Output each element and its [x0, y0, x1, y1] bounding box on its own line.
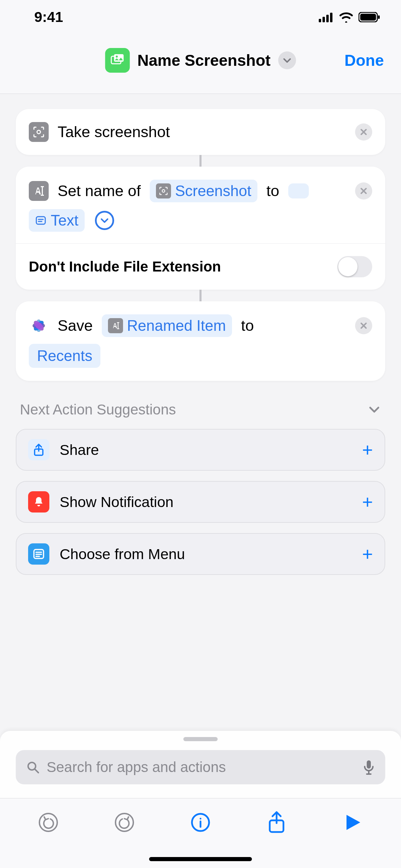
action-save-to-photos[interactable]: Save Renamed Item to Recents [16, 301, 385, 381]
input-variable-token[interactable]: Screenshot [150, 180, 258, 202]
text-rename-icon [29, 181, 49, 201]
svg-rect-15 [36, 217, 45, 224]
suggestion-label: Choose from Menu [60, 546, 185, 563]
svg-rect-1 [323, 17, 325, 22]
wifi-icon [339, 12, 354, 23]
file-extension-toggle[interactable] [337, 256, 372, 277]
menu-list-icon [28, 543, 49, 565]
actions-list: Take screenshot Set name of Screenshot t… [0, 94, 401, 381]
suggestion-label: Share [60, 442, 99, 458]
share-icon [28, 439, 49, 460]
status-icons [319, 12, 380, 23]
option-row: Don't Include File Extension [16, 243, 385, 290]
mic-icon[interactable] [363, 760, 375, 775]
remove-action-button[interactable] [355, 317, 372, 334]
redo-button[interactable] [112, 810, 137, 835]
action-mid: to [266, 182, 279, 200]
photos-app-icon [29, 316, 49, 336]
svg-rect-31 [368, 771, 369, 773]
action-set-name[interactable]: Set name of Screenshot to Text Do [16, 167, 385, 290]
search-placeholder: Search for apps and actions [47, 759, 356, 775]
option-label: Don't Include File Extension [29, 258, 221, 275]
search-panel[interactable]: Search for apps and actions [0, 731, 401, 798]
status-time: 9:41 [34, 9, 63, 25]
svg-rect-11 [42, 187, 43, 195]
text-token-icon [35, 215, 47, 226]
info-button[interactable] [188, 810, 213, 835]
search-icon [26, 760, 40, 774]
album-token[interactable]: Recents [29, 344, 100, 368]
battery-icon [359, 12, 380, 22]
svg-rect-32 [366, 773, 372, 775]
undo-button[interactable] [36, 810, 61, 835]
svg-rect-0 [319, 19, 321, 22]
share-button[interactable] [264, 810, 289, 835]
action-mid: to [241, 317, 254, 335]
shortcut-title-text: Name Screenshot [137, 51, 271, 70]
done-button[interactable]: Done [344, 51, 384, 70]
suggestion-choose-from-menu[interactable]: Choose from Menu + [16, 533, 385, 575]
toolbar [0, 798, 401, 868]
suggestions-title: Next Action Suggestions [20, 401, 176, 418]
svg-rect-30 [367, 760, 371, 769]
svg-rect-2 [326, 15, 329, 22]
suggestions-list: Share + Show Notification + Choose from … [0, 429, 401, 575]
chevron-down-icon [367, 403, 381, 417]
add-suggestion-button[interactable]: + [362, 491, 373, 513]
search-input[interactable]: Search for apps and actions [16, 750, 385, 784]
svg-point-14 [162, 190, 165, 192]
svg-point-10 [37, 130, 40, 134]
connector [199, 290, 202, 301]
cellular-icon [319, 12, 334, 22]
svg-point-36 [200, 818, 202, 820]
header: Name Screenshot Done [0, 34, 401, 94]
name-value-field[interactable] [288, 183, 309, 198]
chevron-down-icon[interactable] [278, 51, 296, 69]
svg-rect-6 [378, 15, 380, 19]
input-variable-token[interactable]: Renamed Item [102, 314, 232, 337]
svg-rect-24 [118, 323, 118, 328]
token-label: Text [51, 212, 78, 229]
run-button[interactable] [340, 810, 365, 835]
action-prefix: Save [58, 317, 93, 335]
home-indicator [149, 857, 252, 861]
shortcut-icon [105, 48, 130, 73]
add-suggestion-button[interactable]: + [362, 439, 373, 460]
screenshot-icon [156, 183, 171, 198]
svg-point-9 [116, 56, 118, 58]
token-label: Recents [37, 347, 92, 364]
suggestion-label: Show Notification [60, 494, 173, 510]
action-label: Take screenshot [58, 123, 170, 141]
grabber[interactable] [183, 737, 218, 741]
svg-rect-12 [41, 186, 44, 187]
screenshot-icon [29, 122, 49, 142]
status-bar: 9:41 [0, 0, 401, 34]
add-suggestion-button[interactable]: + [362, 543, 373, 565]
remove-action-button[interactable] [355, 123, 372, 141]
suggestions-header[interactable]: Next Action Suggestions [0, 381, 401, 429]
expand-options-button[interactable] [95, 211, 114, 230]
suggestion-share[interactable]: Share + [16, 429, 385, 471]
token-label: Screenshot [175, 182, 252, 200]
svg-rect-13 [41, 195, 44, 196]
action-take-screenshot[interactable]: Take screenshot [16, 109, 385, 155]
action-prefix: Set name of [58, 182, 141, 200]
remove-action-button[interactable] [355, 182, 372, 200]
text-variable-token[interactable]: Text [29, 209, 85, 232]
svg-rect-8 [114, 54, 124, 62]
connector [199, 155, 202, 167]
suggestion-show-notification[interactable]: Show Notification + [16, 481, 385, 523]
svg-rect-25 [117, 322, 119, 323]
token-label: Renamed Item [127, 317, 226, 334]
text-rename-icon [108, 318, 123, 333]
svg-rect-26 [117, 328, 119, 329]
notification-icon [28, 491, 49, 513]
shortcut-title-group[interactable]: Name Screenshot [105, 48, 296, 73]
svg-rect-5 [360, 14, 376, 21]
svg-rect-3 [330, 13, 332, 22]
